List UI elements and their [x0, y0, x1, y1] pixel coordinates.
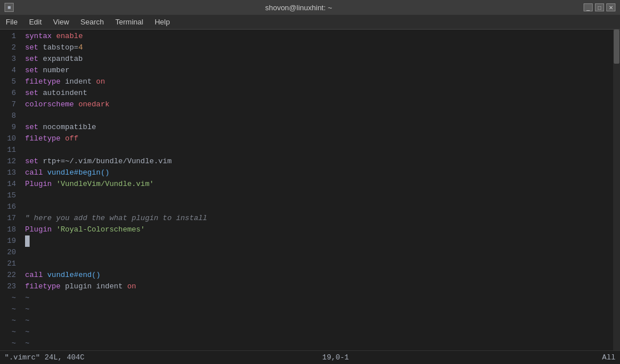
code-line-1: syntax enable — [25, 31, 613, 42]
line-num-3: 3 — [0, 53, 20, 65]
scrollbar-track[interactable] — [613, 30, 620, 350]
line-num-6: 6 — [0, 88, 20, 99]
menubar: File Edit View Search Terminal Help — [0, 15, 620, 30]
code-line-11 — [25, 144, 613, 156]
code-line-17: " here you add the what plugin to instal… — [25, 213, 613, 224]
code-area[interactable]: syntax enable set tabstop=4 set expandta… — [20, 30, 613, 350]
line-num-16: 16 — [0, 201, 20, 213]
code-line-23: filetype plugin indent on — [25, 281, 613, 292]
line-num-23: 23 — [0, 281, 20, 292]
menu-edit[interactable]: Edit — [23, 16, 47, 28]
line-num-11: 11 — [0, 144, 20, 156]
window-icon: ■ — [5, 3, 14, 12]
scroll-position: All — [602, 353, 615, 362]
line-num-9: 9 — [0, 122, 20, 133]
menu-view[interactable]: View — [47, 16, 75, 28]
line-num-21: 21 — [0, 258, 20, 270]
line-num-26: ~ — [0, 315, 20, 326]
line-num-22: 22 — [0, 270, 20, 281]
code-line-3: set expandtab — [25, 53, 613, 65]
code-line-14: Plugin 'VundleVim/Vundle.vim' — [25, 179, 613, 190]
line-num-28: ~ — [0, 338, 20, 349]
menu-help[interactable]: Help — [149, 16, 176, 28]
code-line-7: colorscheme onedark — [25, 99, 613, 110]
titlebar: ■ shovon@linuxhint: ~ _ □ ✕ — [0, 0, 620, 15]
code-line-4: set number — [25, 65, 613, 76]
line-num-17: 17 — [0, 213, 20, 224]
tilde-line-5: ~ — [25, 338, 613, 349]
statusbar: ".vimrc" 24L, 404C 19,0-1 All — [0, 350, 620, 364]
code-line-2: set tabstop=4 — [25, 42, 613, 53]
titlebar-left: ■ — [5, 3, 14, 12]
code-line-12: set rtp+=~/.vim/bundle/Vundle.vim — [25, 156, 613, 167]
line-num-15: 15 — [0, 190, 20, 201]
scrollbar-thumb[interactable] — [614, 30, 619, 64]
line-num-20: 20 — [0, 247, 20, 258]
code-line-13: call vundle#begin() — [25, 167, 613, 179]
code-line-8 — [25, 110, 613, 122]
maximize-button[interactable]: □ — [595, 3, 604, 11]
code-line-16 — [25, 201, 613, 213]
code-line-10: filetype off — [25, 133, 613, 144]
tilde-line-1: ~ — [25, 292, 613, 304]
line-num-19: 19 — [0, 235, 20, 247]
code-line-5: filetype indent on — [25, 76, 613, 88]
line-num-25: ~ — [0, 304, 20, 315]
line-num-4: 4 — [0, 65, 20, 76]
close-button[interactable]: ✕ — [606, 3, 615, 11]
code-line-20 — [25, 247, 613, 258]
code-line-19 — [25, 235, 613, 247]
line-num-27: ~ — [0, 326, 20, 338]
menu-terminal[interactable]: Terminal — [110, 16, 149, 28]
line-num-24: ~ — [0, 292, 20, 304]
line-num-18: 18 — [0, 224, 20, 235]
titlebar-controls[interactable]: _ □ ✕ — [584, 3, 615, 11]
minimize-button[interactable]: _ — [584, 3, 593, 11]
tilde-line-2: ~ — [25, 304, 613, 315]
editor-container: 1 2 3 4 5 6 7 8 9 10 11 12 13 14 15 16 1… — [0, 30, 620, 350]
tilde-line-3: ~ — [25, 315, 613, 326]
line-num-1: 1 — [0, 31, 20, 42]
line-numbers: 1 2 3 4 5 6 7 8 9 10 11 12 13 14 15 16 1… — [0, 30, 20, 350]
line-num-7: 7 — [0, 99, 20, 110]
code-line-15 — [25, 190, 613, 201]
line-num-12: 12 — [0, 156, 20, 167]
code-line-9: set nocompatible — [25, 122, 613, 133]
cursor-position: 19,0-1 — [322, 353, 349, 362]
line-num-10: 10 — [0, 133, 20, 144]
statusbar-position: 19,0-1 All — [322, 353, 615, 362]
line-num-5: 5 — [0, 76, 20, 88]
line-num-2: 2 — [0, 42, 20, 53]
titlebar-title: shovon@linuxhint: ~ — [265, 3, 332, 12]
code-line-18: Plugin 'Royal-Colorschemes' — [25, 224, 613, 235]
code-line-22: call vundle#end() — [25, 270, 613, 281]
code-line-21 — [25, 258, 613, 270]
line-num-14: 14 — [0, 179, 20, 190]
line-num-8: 8 — [0, 110, 20, 122]
line-num-13: 13 — [0, 167, 20, 179]
statusbar-file-info: ".vimrc" 24L, 404C — [5, 353, 84, 362]
tilde-line-4: ~ — [25, 326, 613, 338]
menu-file[interactable]: File — [0, 16, 23, 28]
code-line-6: set autoindent — [25, 88, 613, 99]
menu-search[interactable]: Search — [75, 16, 109, 28]
